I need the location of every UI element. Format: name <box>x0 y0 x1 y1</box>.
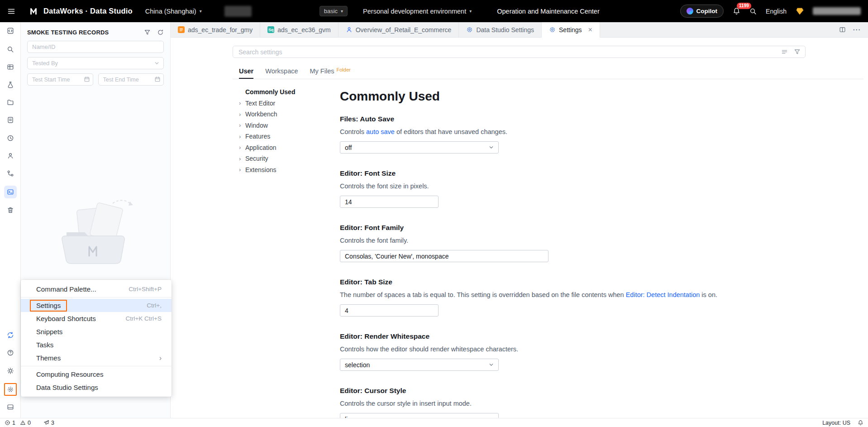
layout-indicator[interactable]: Layout: US <box>822 420 850 426</box>
tree-label: Text Editor <box>245 100 275 107</box>
tab-label: ads_ec_trade_for_gmy <box>188 26 253 34</box>
data-search-icon[interactable] <box>4 43 17 56</box>
setting-editor-font-size: Editor: Font SizeControls the font size … <box>340 169 851 208</box>
search-icon[interactable] <box>749 8 757 15</box>
table-icon[interactable] <box>4 61 17 73</box>
scope-tab-my-files[interactable]: My FilesFolder <box>310 67 351 79</box>
chevron-down-icon <box>489 145 494 150</box>
menu-item-data-studio-settings[interactable]: Data Studio Settings <box>21 381 172 394</box>
nav-operation-maintenance-center[interactable]: Operation and Maintenance Center <box>497 8 600 15</box>
setting-title: Editor: Cursor Style <box>340 386 851 395</box>
list-view-icon[interactable] <box>781 48 788 55</box>
publish-count[interactable]: 3 <box>43 420 54 426</box>
editor-tab-overview-of-retail-e-commerce[interactable]: Overview_of_Retail_E_commerce <box>339 22 459 37</box>
expand-chevron-icon: › <box>239 100 245 106</box>
tested-by-select[interactable]: Tested By <box>27 57 164 69</box>
refresh-icon[interactable] <box>157 29 164 36</box>
help-icon[interactable] <box>4 346 17 359</box>
expand-chevron-icon: › <box>239 155 245 162</box>
smoke-testing-panel-icon[interactable] <box>4 186 17 198</box>
environment-selector[interactable]: Personal development environment ▾ <box>363 8 472 15</box>
scope-tab-user[interactable]: User <box>239 67 253 79</box>
editor-tab-size-input[interactable] <box>340 304 439 317</box>
tree-label: Application <box>245 144 277 151</box>
tree-item-window[interactable]: ›Window <box>239 120 316 131</box>
version-badge-selector[interactable]: basic ▾ <box>320 6 348 16</box>
history-icon[interactable] <box>4 132 17 144</box>
status-bar: 1 0 3 Layout: US <box>0 418 868 427</box>
checklist-icon[interactable] <box>4 114 17 126</box>
settings-page: UserWorkspaceMy FilesFolder Commonly Use… <box>171 38 868 418</box>
filter-icon[interactable] <box>794 48 801 55</box>
redacted-text <box>224 6 252 17</box>
menu-item-tasks[interactable]: Tasks <box>21 338 172 351</box>
menu-item-snippets[interactable]: Snippets <box>21 325 172 338</box>
tree-item-commonly-used[interactable]: Commonly Used <box>239 86 316 98</box>
filter-icon[interactable] <box>144 29 151 36</box>
menu-item-settings[interactable]: SettingsCtrl+, <box>21 299 172 312</box>
bottom-panel-icon[interactable] <box>4 401 17 413</box>
settings-content: Commonly Used Files: Auto SaveControls a… <box>340 88 851 418</box>
warning-count[interactable]: 0 <box>20 420 31 426</box>
setting-editor-font-family: Editor: Font FamilyControls the font fam… <box>340 223 851 262</box>
chevron-down-icon <box>154 61 159 66</box>
folder-icon[interactable] <box>4 96 17 109</box>
user-icon[interactable] <box>4 149 17 162</box>
tree-item-text-editor[interactable]: ›Text Editor <box>239 98 316 109</box>
editor-tab-ads-ec-ec36-gvm[interactable]: Sqads_ec_ec36_gvm <box>260 22 339 37</box>
tree-label: Features <box>245 133 270 140</box>
editor-render-whitespace-select[interactable]: selection <box>340 359 499 371</box>
editor-font-family-input[interactable] <box>340 250 548 262</box>
experiment-icon[interactable] <box>4 78 17 91</box>
editor-tab-data-studio-settings[interactable]: Data Studio Settings <box>459 22 542 37</box>
tree-label: Security <box>245 155 268 162</box>
chevron-down-icon: ▾ <box>341 9 343 14</box>
settings-gear-icon[interactable] <box>4 383 17 396</box>
editor-tab-settings[interactable]: Settings× <box>542 22 600 37</box>
settings-search-input[interactable] <box>238 48 781 56</box>
tree-item-features[interactable]: ›Features <box>239 131 316 142</box>
expand-chevron-icon: › <box>239 122 245 129</box>
tree-item-workbench[interactable]: ›Workbench <box>239 109 316 120</box>
highlight-box: Settings <box>30 300 67 312</box>
region-selector[interactable]: China (Shanghai) ▾ <box>145 8 202 15</box>
scope-tab-workspace[interactable]: Workspace <box>265 67 298 79</box>
settings-link[interactable]: auto save <box>366 128 395 135</box>
editor-tab-ads-ec-trade-for-gmy[interactable]: ads_ec_trade_for_gmy <box>171 22 260 37</box>
tree-item-security[interactable]: ›Security <box>239 153 316 164</box>
tree-label: Commonly Used <box>245 88 295 96</box>
theme-icon[interactable] <box>4 365 17 377</box>
name-id-input[interactable] <box>27 41 164 53</box>
sync-icon[interactable] <box>4 329 17 341</box>
tree-item-application[interactable]: ›Application <box>239 142 316 154</box>
more-options-icon[interactable]: ⋯ <box>853 26 860 34</box>
close-tab-icon[interactable]: × <box>588 26 592 34</box>
expand-chevron-icon: › <box>239 166 245 173</box>
calendar-icon[interactable] <box>84 76 90 82</box>
setting-description: Controls the font family. <box>340 236 851 245</box>
error-count[interactable]: 1 <box>5 420 15 426</box>
redacted-username <box>813 7 861 15</box>
trash-icon[interactable] <box>4 204 17 216</box>
notification-bell-icon[interactable] <box>858 420 863 426</box>
calendar-icon[interactable] <box>154 76 161 82</box>
notifications-button[interactable]: 1199 <box>733 7 740 15</box>
menu-divider <box>21 297 172 297</box>
main-menu-icon[interactable] <box>7 7 15 15</box>
tree-item-extensions[interactable]: ›Extensions <box>239 164 316 176</box>
editor-font-size-input[interactable] <box>340 196 439 208</box>
files-auto-save-select[interactable]: off <box>340 141 499 154</box>
settings-link[interactable]: Editor: Detect Indentation <box>626 291 700 298</box>
setting-description: Controls the font size in pixels. <box>340 182 851 191</box>
copilot-button[interactable]: Copilot <box>680 5 724 18</box>
split-panel-icon[interactable] <box>839 26 846 33</box>
editor-cursor-style-select[interactable]: line <box>340 413 499 418</box>
language-selector[interactable]: English <box>766 8 787 15</box>
pipeline-icon[interactable] <box>4 167 17 180</box>
menu-item-keyboard-shortcuts[interactable]: Keyboard ShortcutsCtrl+K Ctrl+S <box>21 312 172 325</box>
menu-item-computing-resources[interactable]: Computing Resources <box>21 368 172 381</box>
top-bar: DataWorks · Data Studio China (Shanghai)… <box>0 0 868 22</box>
menu-item-command-palette[interactable]: Command Palette...Ctrl+Shift+P <box>21 283 172 296</box>
menu-item-themes[interactable]: Themes› <box>21 351 172 365</box>
script-icon[interactable] <box>4 24 17 37</box>
